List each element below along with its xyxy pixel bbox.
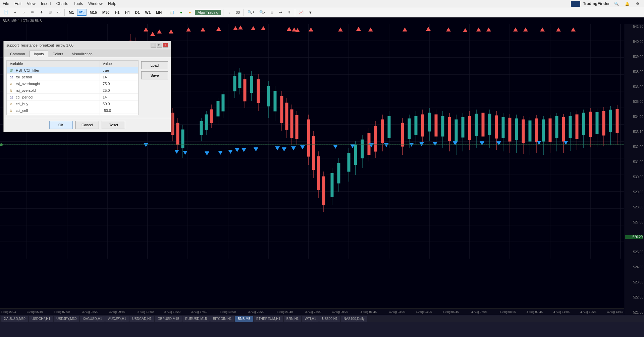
- zoom-in-btn[interactable]: 🔍+: [246, 9, 256, 16]
- tf-h4[interactable]: H4: [123, 9, 131, 16]
- var-type-icon: ½: [10, 109, 14, 113]
- settings-btn[interactable]: ⚙: [634, 0, 641, 7]
- algo-trading-btn[interactable]: Algo Trading: [195, 10, 221, 15]
- table-row[interactable]: ☑alerttrue: [7, 114, 138, 116]
- var-type-icon: ½: [10, 82, 14, 86]
- param-value-cell[interactable]: 14: [100, 94, 138, 100]
- tab-bnb[interactable]: BNB,M5: [235, 316, 253, 322]
- tab-common[interactable]: Common: [6, 51, 30, 57]
- table-row[interactable]: ½rsi_oversold25.0: [7, 87, 138, 94]
- svg-rect-173: [589, 112, 592, 137]
- table-row[interactable]: ☑RSI_CCI_filtertrue: [7, 67, 138, 74]
- sort-btn[interactable]: ↕: [225, 9, 233, 16]
- tab-xagusd[interactable]: XAGUSD,H1: [80, 316, 105, 322]
- tab-gbpusd[interactable]: GBPUSD,M15: [155, 316, 182, 322]
- tab-us500[interactable]: US500,H1: [319, 316, 340, 322]
- svg-rect-83: [280, 96, 283, 123]
- svg-marker-205: [486, 27, 491, 31]
- search-btn[interactable]: 🔍: [612, 0, 621, 7]
- svg-marker-230: [433, 142, 437, 146]
- menu-window[interactable]: Window: [88, 1, 103, 6]
- tab-xauusd[interactable]: XAUUSD,M30: [1, 316, 28, 322]
- menu-file[interactable]: File: [3, 1, 9, 6]
- tab-ethereum[interactable]: ETHEREUM,H1: [254, 316, 283, 322]
- param-table-container[interactable]: Variable Value ☑RSI_CCI_filtertrue01rsi_…: [6, 60, 139, 115]
- svg-marker-199: [368, 27, 373, 31]
- svg-rect-167: [569, 116, 572, 138]
- table-row[interactable]: ½cci_sell-50.0: [7, 107, 138, 114]
- col-variable: Variable: [7, 61, 100, 67]
- ohlc-btn[interactable]: 00: [234, 9, 241, 16]
- objects-btn[interactable]: ⊞: [46, 9, 54, 16]
- param-value-cell[interactable]: 25.0: [100, 87, 138, 94]
- tab-visualization[interactable]: Visualization: [67, 51, 97, 57]
- param-value-cell[interactable]: -50.0: [100, 107, 138, 114]
- tab-inputs[interactable]: Inputs: [30, 51, 48, 57]
- tab-usdjpy[interactable]: USDJPY,M30: [54, 316, 79, 322]
- dialog-controls: − □ ×: [151, 43, 168, 48]
- tab-usdchf[interactable]: USDCHF,H1: [29, 316, 53, 322]
- table-row[interactable]: 01rsi_period14: [7, 74, 138, 80]
- time-0705: 4 Aug 07:05: [471, 310, 487, 314]
- template-btn[interactable]: ▼: [307, 9, 314, 16]
- svg-rect-55: [176, 123, 179, 145]
- table-row[interactable]: ½cci_buy50.0: [7, 100, 138, 107]
- tab-nas100[interactable]: NAS100,Daily: [341, 316, 367, 322]
- param-value-cell[interactable]: 14: [100, 74, 138, 80]
- tf-m5[interactable]: M5: [77, 9, 86, 16]
- menu-charts[interactable]: Charts: [56, 1, 68, 6]
- tab-eurusd[interactable]: EURUSD,M15: [182, 316, 209, 322]
- table-row[interactable]: ½rsi_overbought75.0: [7, 80, 138, 87]
- dialog-close-btn[interactable]: ×: [163, 43, 168, 48]
- param-value-cell[interactable]: 50.0: [100, 100, 138, 107]
- tf-m1[interactable]: M1: [67, 9, 76, 16]
- menu-insert[interactable]: Insert: [41, 1, 51, 6]
- menu-tools[interactable]: Tools: [73, 1, 83, 6]
- notification-btn[interactable]: 🔔: [623, 0, 631, 7]
- tf-h1[interactable]: H1: [113, 9, 121, 16]
- indicator-btn[interactable]: 📈: [297, 9, 305, 16]
- tab-bitcoin[interactable]: BITCOIN,H1: [210, 316, 234, 322]
- ok-button[interactable]: OK: [49, 121, 73, 129]
- var-type-icon: 01: [10, 96, 14, 99]
- green-btn[interactable]: ●: [177, 9, 185, 16]
- zoom-out-btn[interactable]: 🔍-: [258, 9, 267, 16]
- tab-wti[interactable]: WTI,H1: [302, 316, 319, 322]
- cancel-button[interactable]: Cancel: [75, 121, 99, 129]
- rect-btn[interactable]: ▭: [55, 9, 62, 16]
- save-button[interactable]: Save: [141, 71, 168, 79]
- tf-mn[interactable]: MN: [154, 9, 164, 16]
- tf-d1[interactable]: D1: [133, 9, 142, 16]
- autoscale-btn[interactable]: ⇕: [285, 9, 293, 16]
- tf-m30[interactable]: M30: [100, 9, 111, 16]
- tf-w1[interactable]: W1: [143, 9, 153, 16]
- draw-btn[interactable]: ✏: [29, 9, 36, 16]
- param-value-cell[interactable]: 75.0: [100, 80, 138, 87]
- tab-audjpy[interactable]: AUDJPY,H1: [105, 316, 129, 322]
- chart-type-btn[interactable]: 📊: [168, 9, 176, 16]
- menu-help[interactable]: Help: [108, 1, 116, 6]
- tab-usdcad[interactable]: USDCAD,H1: [129, 316, 154, 322]
- orange-btn[interactable]: ●: [186, 9, 194, 16]
- line-btn[interactable]: ⟋: [20, 9, 28, 16]
- add-btn[interactable]: +: [11, 9, 19, 16]
- tab-colors[interactable]: Colors: [48, 51, 68, 57]
- param-value-cell[interactable]: true: [100, 67, 138, 74]
- price-532: 532.00: [625, 145, 643, 149]
- price-536: 536.00: [625, 85, 643, 89]
- grid-btn[interactable]: ⊞: [268, 9, 275, 16]
- reset-button[interactable]: Reset: [102, 121, 125, 129]
- param-value-cell[interactable]: true: [100, 114, 138, 116]
- dialog-maximize-btn[interactable]: □: [157, 43, 162, 48]
- dialog-minimize-btn[interactable]: −: [151, 43, 156, 48]
- load-button[interactable]: Load: [141, 61, 168, 69]
- new-chart-btn[interactable]: 📄: [2, 9, 10, 16]
- tf-m15[interactable]: M15: [88, 9, 99, 16]
- scale-btn[interactable]: ⇔: [277, 9, 284, 16]
- tab-brn[interactable]: BRN,H1: [284, 316, 302, 322]
- time-0940: 3 Aug 09:40: [109, 310, 125, 314]
- menu-view[interactable]: View: [27, 1, 36, 6]
- menu-edit[interactable]: Edit: [14, 1, 21, 6]
- crosshair-btn[interactable]: ✛: [38, 9, 45, 16]
- table-row[interactable]: 01cci_period14: [7, 94, 138, 100]
